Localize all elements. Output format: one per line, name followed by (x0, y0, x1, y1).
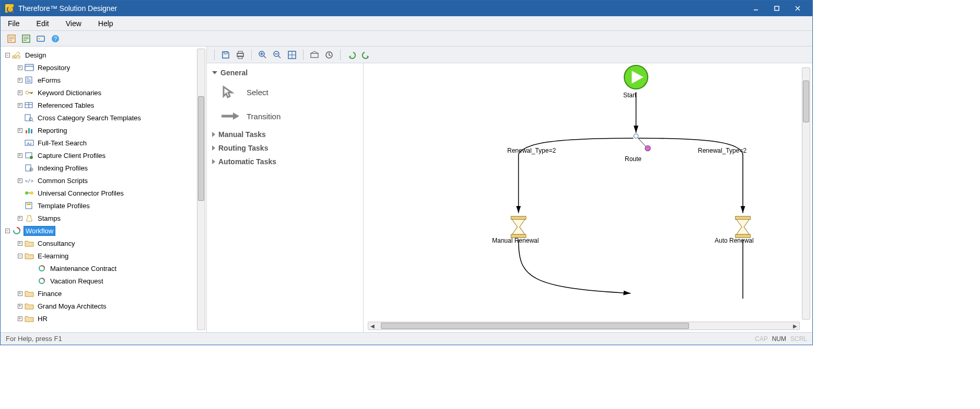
palette-section-routing[interactable]: Routing Tasks (212, 142, 358, 155)
tree-node-keyword[interactable]: + Keyword Dictionaries (13, 86, 206, 99)
node-label-start: Start (623, 92, 636, 99)
tree-node-workflow[interactable]: − Workflow (1, 224, 206, 237)
titlebar: Therefore™ Solution Designer (1, 1, 812, 16)
palette-item-label: Transition (247, 112, 281, 121)
statusbar: For Help, press F1 CAP NUM SCRL (1, 332, 812, 345)
tree-label: E-learning (36, 252, 70, 260)
svg-rect-43 (311, 53, 318, 58)
fit-icon[interactable] (286, 49, 298, 61)
svg-marker-48 (233, 112, 239, 120)
tree-node-capture[interactable]: + Capture Client Profiles (13, 149, 206, 162)
undo-icon[interactable] (346, 49, 357, 61)
tree-node-design[interactable]: − Design (1, 49, 206, 61)
canvas-h-scrollbar[interactable]: ◄► (368, 322, 800, 330)
palette-section-manual[interactable]: Manual Tasks (212, 128, 358, 142)
palette-head-label: General (220, 69, 248, 77)
edge-label-right: Renewal_Type=2 (698, 147, 746, 154)
close-button[interactable] (787, 3, 808, 14)
form-icon (25, 76, 34, 84)
tree-label: Common Scripts (36, 176, 89, 185)
tree-node-maint[interactable]: Maintenance Contract (26, 262, 206, 275)
tree-node-reporting[interactable]: + Reporting (13, 124, 206, 137)
menu-edit[interactable]: Edit (32, 18, 53, 29)
tree-label: Full-Text Search (36, 139, 88, 147)
folder-icon (25, 302, 34, 310)
menu-view[interactable]: View (62, 18, 86, 29)
tree-label: Design (24, 51, 48, 60)
main-toolbar: ? (1, 31, 812, 47)
tree-label: Consultancy (36, 239, 77, 248)
menu-help[interactable]: Help (94, 18, 118, 29)
tree-label: Stamps (36, 214, 62, 223)
tree-node-template[interactable]: Template Profiles (13, 199, 206, 212)
svg-rect-31 (26, 202, 32, 209)
zoom-out-icon[interactable] (272, 49, 283, 61)
clock-icon[interactable] (323, 49, 335, 61)
app-icon (5, 4, 14, 13)
tree-node-consultancy[interactable]: + Consultancy (13, 237, 206, 249)
svg-line-51 (638, 138, 646, 146)
node-label-manual: Manual Renewal (492, 237, 539, 244)
palette-section-automatic[interactable]: Automatic Tasks (212, 155, 358, 169)
tree-label: Maintenance Contract (49, 264, 118, 273)
folder-icon (25, 314, 34, 323)
tree-pane: − Design + Repository + eForms (1, 47, 207, 332)
toolbar-btn-1[interactable] (6, 33, 17, 44)
tree-node-scripts[interactable]: + </> Common Scripts (13, 174, 206, 187)
svg-point-30 (30, 191, 33, 195)
tree-node-connector[interactable]: Universal Connector Profiles (13, 187, 206, 199)
tree-label: Indexing Profiles (36, 164, 89, 173)
help-icon[interactable]: ? (50, 33, 61, 44)
chart-icon (25, 126, 34, 134)
tree-node-finance[interactable]: + Finance (13, 287, 206, 300)
tree-node-fts[interactable]: Az Full-Text Search (13, 137, 206, 149)
tree-node-ref-tables[interactable]: + Referenced Tables (13, 99, 206, 111)
menu-file[interactable]: File (4, 18, 24, 29)
tree-scrollbar[interactable] (197, 49, 205, 330)
status-help-text: For Help, press F1 (6, 335, 62, 343)
tree-node-crosscat[interactable]: Cross Category Search Templates (13, 111, 206, 124)
svg-rect-1 (775, 6, 779, 10)
workflow-icon (37, 277, 46, 285)
toolbar-btn-3[interactable] (35, 33, 46, 44)
tree-node-stamps[interactable]: + Stamps (13, 212, 206, 224)
workflow-canvas[interactable]: Start Route Renewal_Type=2 Renewal_Type=… (364, 63, 812, 332)
minimize-button[interactable] (745, 3, 766, 14)
tree-node-repository[interactable]: + Repository (13, 61, 206, 74)
cursor-icon (219, 85, 240, 99)
folder-icon (25, 63, 34, 72)
status-scrl: SCRL (790, 335, 807, 343)
toolbar-btn-2[interactable] (20, 33, 32, 44)
tree-node-vacation[interactable]: Vacation Request (26, 275, 206, 287)
maximize-button[interactable] (766, 3, 787, 14)
zoom-in-icon[interactable] (257, 49, 269, 61)
tree-label: Reporting (36, 126, 68, 135)
redo-icon[interactable] (360, 49, 372, 61)
palette-section-general[interactable]: General (212, 66, 358, 80)
svg-point-14 (26, 91, 29, 94)
palette-item-transition[interactable]: Transition (212, 104, 358, 128)
palette-head-label: Manual Tasks (218, 130, 266, 139)
design-tree[interactable]: − Design + Repository + eForms (1, 47, 206, 332)
svg-point-52 (645, 145, 650, 151)
canvas-v-scrollbar[interactable] (802, 67, 810, 320)
tree-node-gma[interactable]: + Grand Moya Architects (13, 300, 206, 312)
tree-label: Cross Category Search Templates (36, 113, 143, 122)
tree-node-hr[interactable]: + HR (13, 312, 206, 325)
save-icon[interactable] (220, 49, 231, 61)
tree-label: Workflow (24, 226, 55, 236)
svg-rect-32 (27, 203, 31, 205)
arrow-right-icon (219, 109, 240, 123)
print-icon[interactable] (235, 49, 246, 61)
tree-label: Capture Client Profiles (36, 151, 107, 160)
tree-node-elearning[interactable]: − E-learning (13, 249, 206, 262)
template-icon (25, 201, 34, 210)
tree-node-eforms[interactable]: + eForms (13, 74, 206, 86)
key-icon (25, 88, 34, 97)
tree-node-indexing[interactable]: Indexing Profiles (13, 162, 206, 174)
grid-icon[interactable] (309, 49, 320, 61)
svg-point-7 (39, 38, 40, 39)
palette-item-select[interactable]: Select (212, 80, 358, 104)
tree-label: Repository (36, 63, 72, 72)
tree-label: Universal Connector Profiles (36, 189, 125, 198)
